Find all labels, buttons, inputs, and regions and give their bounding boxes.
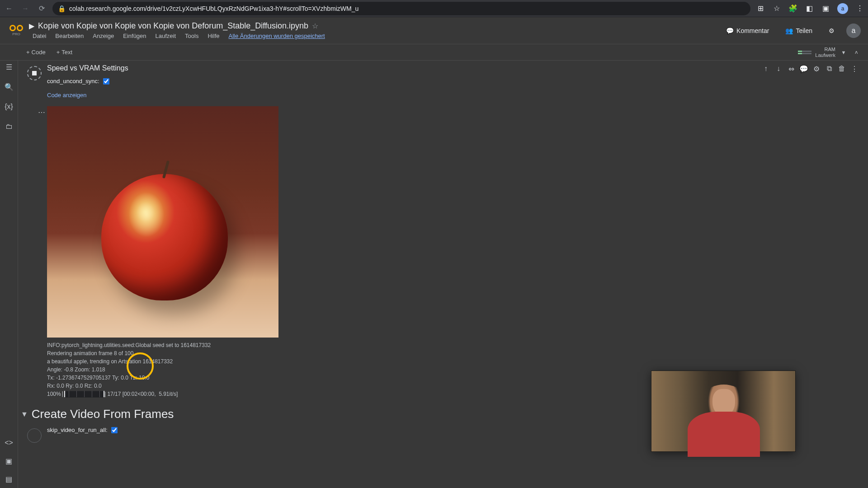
settings-cell-icon[interactable]: ⚙ bbox=[811, 63, 822, 74]
drive-icon: ▶ bbox=[29, 22, 34, 30]
collapse-up-button[interactable]: ʌ bbox=[852, 48, 861, 57]
move-up-icon[interactable]: ↑ bbox=[760, 63, 771, 74]
left-sidebar: ☰ 🔍 {x} 🗀 <> ▣ ▤ bbox=[0, 61, 18, 488]
resource-dropdown-icon[interactable]: ▼ bbox=[839, 48, 848, 57]
webcam-overlay bbox=[651, 371, 796, 452]
pro-badge: PRO bbox=[12, 32, 20, 36]
menu-tools[interactable]: Tools bbox=[181, 32, 202, 40]
cond-uncond-sync-checkbox[interactable] bbox=[103, 78, 109, 84]
bookmark-star-icon[interactable]: ☆ bbox=[772, 4, 781, 13]
toolbar: + Code + Text RAM Laufwerk ▼ ʌ bbox=[0, 44, 868, 61]
plus-icon: + bbox=[26, 49, 30, 56]
url-text: colab.research.google.com/drive/1v2czLyX… bbox=[69, 5, 359, 12]
colab-logo[interactable]: PRO bbox=[7, 22, 25, 40]
mirror-cell-icon[interactable]: ⧉ bbox=[824, 63, 835, 74]
menu-help[interactable]: Hilfe bbox=[204, 32, 223, 40]
comment-cell-icon[interactable]: 💬 bbox=[798, 63, 809, 74]
lock-icon: 🔒 bbox=[58, 5, 66, 12]
menu-insert[interactable]: Einfügen bbox=[119, 32, 150, 40]
colab-header: PRO ▶ Kopie von Kopie von Kopie von Kopi… bbox=[0, 17, 868, 44]
link-icon[interactable]: ⇔ bbox=[786, 63, 797, 74]
output-image bbox=[47, 106, 278, 338]
tab-icon[interactable]: ▣ bbox=[821, 4, 830, 13]
settings-gear-icon[interactable]: ⚙ bbox=[824, 24, 839, 37]
output-cell: ⋯ INFO:pytorch_lightning.utilities.seed:… bbox=[47, 106, 861, 398]
menu-view[interactable]: Anzeige bbox=[89, 32, 118, 40]
notebook-title[interactable]: Kopie von Kopie von Kopie von Kopie von … bbox=[38, 21, 308, 31]
browser-chrome-bar: ← → ⟳ 🔒 colab.research.google.com/drive/… bbox=[0, 0, 868, 17]
more-cell-icon[interactable]: ⋮ bbox=[849, 63, 860, 74]
delete-cell-icon[interactable]: 🗑 bbox=[836, 63, 847, 74]
extensions-icon[interactable]: 🧩 bbox=[788, 4, 797, 13]
show-code-link[interactable]: Code anzeigen bbox=[47, 92, 86, 99]
section-title: Create Video From Frames bbox=[32, 407, 174, 421]
saved-message-link[interactable]: Alle Änderungen wurden gespeichert bbox=[225, 32, 328, 40]
back-button[interactable]: ← bbox=[4, 3, 14, 14]
reload-button[interactable]: ⟳ bbox=[36, 3, 47, 14]
menu-runtime[interactable]: Laufzeit bbox=[152, 32, 180, 40]
code-snippets-icon[interactable]: <> bbox=[5, 438, 14, 447]
add-text-button[interactable]: + Text bbox=[53, 47, 76, 57]
command-palette-icon[interactable]: ▤ bbox=[5, 474, 14, 483]
resource-indicator[interactable]: RAM Laufwerk ▼ bbox=[798, 47, 848, 57]
install-icon[interactable]: ⊞ bbox=[756, 4, 765, 13]
comment-button[interactable]: 💬 Kommentar bbox=[722, 24, 774, 37]
menu-dots-icon[interactable]: ⋮ bbox=[855, 4, 864, 13]
menu-bar: Datei Bearbeiten Anzeige Einfügen Laufze… bbox=[29, 32, 718, 40]
files-icon[interactable]: 🗀 bbox=[5, 122, 14, 131]
menu-edit[interactable]: Bearbeiten bbox=[52, 32, 87, 40]
menu-file[interactable]: Datei bbox=[29, 32, 50, 40]
variables-icon[interactable]: {x} bbox=[5, 102, 14, 111]
code-cell: ↑ ↓ ⇔ 💬 ⚙ ⧉ 🗑 ⋮ Speed vs VRAM Settings c… bbox=[25, 64, 861, 99]
skip-video-checkbox[interactable] bbox=[111, 427, 118, 433]
header-avatar[interactable]: a bbox=[846, 23, 861, 38]
param-label: skip_video_for_run_all: bbox=[47, 427, 108, 433]
run-cell-button[interactable] bbox=[27, 428, 42, 443]
run-cell-button[interactable] bbox=[27, 66, 42, 80]
ram-label: RAM bbox=[815, 47, 835, 52]
profile-avatar[interactable]: a bbox=[837, 3, 848, 14]
cell-title: Speed vs VRAM Settings bbox=[47, 64, 861, 72]
move-down-icon[interactable]: ↓ bbox=[773, 63, 784, 74]
url-bar[interactable]: 🔒 colab.research.google.com/drive/1v2czL… bbox=[52, 2, 750, 15]
side-panel-icon[interactable]: ◧ bbox=[805, 4, 814, 13]
share-button[interactable]: 👥 Teilen bbox=[781, 24, 817, 37]
section-collapse-icon[interactable]: ▼ bbox=[21, 410, 28, 418]
disk-label: Laufwerk bbox=[815, 52, 835, 58]
output-menu-icon[interactable]: ⋯ bbox=[38, 108, 45, 117]
comment-icon: 💬 bbox=[726, 27, 734, 34]
add-code-button[interactable]: + Code bbox=[23, 47, 49, 57]
search-icon[interactable]: 🔍 bbox=[5, 82, 14, 91]
forward-button[interactable]: → bbox=[20, 3, 31, 14]
terminal-icon[interactable]: ▣ bbox=[5, 456, 14, 465]
cell-toolbar: ↑ ↓ ⇔ 💬 ⚙ ⧉ 🗑 ⋮ bbox=[760, 62, 861, 75]
toc-icon[interactable]: ☰ bbox=[5, 62, 14, 71]
share-icon: 👥 bbox=[785, 27, 793, 34]
param-label: cond_uncond_sync: bbox=[47, 78, 99, 84]
star-icon[interactable]: ☆ bbox=[312, 22, 318, 30]
plus-icon: + bbox=[57, 49, 60, 56]
